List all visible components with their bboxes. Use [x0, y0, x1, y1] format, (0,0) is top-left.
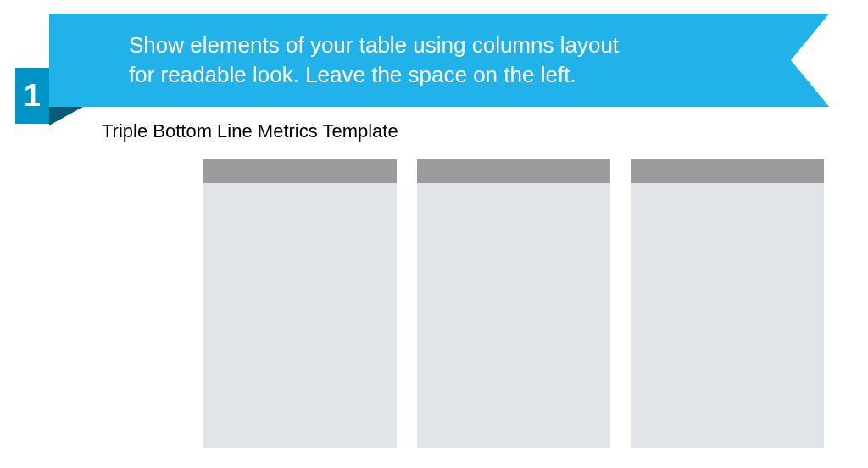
template-column: [203, 159, 397, 448]
slide-subtitle: Triple Bottom Line Metrics Template: [102, 120, 398, 142]
template-column: [417, 159, 610, 448]
step-number-text: 1: [24, 78, 41, 114]
columns-container: [203, 159, 824, 448]
instruction-ribbon: Show elements of your table using column…: [0, 14, 831, 125]
column-body: [203, 183, 397, 448]
column-body: [417, 183, 610, 448]
column-body: [631, 183, 824, 448]
template-column: [631, 159, 824, 448]
ribbon-line-2: for readable look. Leave the space on th…: [129, 62, 576, 87]
column-header: [417, 159, 610, 183]
column-header: [631, 159, 824, 183]
step-number-badge: 1: [15, 68, 49, 124]
column-header: [203, 159, 397, 183]
ribbon-text: Show elements of your table using column…: [129, 31, 619, 90]
ribbon-fold: [49, 107, 83, 125]
ribbon-banner: Show elements of your table using column…: [49, 14, 829, 107]
ribbon-line-1: Show elements of your table using column…: [129, 32, 619, 58]
